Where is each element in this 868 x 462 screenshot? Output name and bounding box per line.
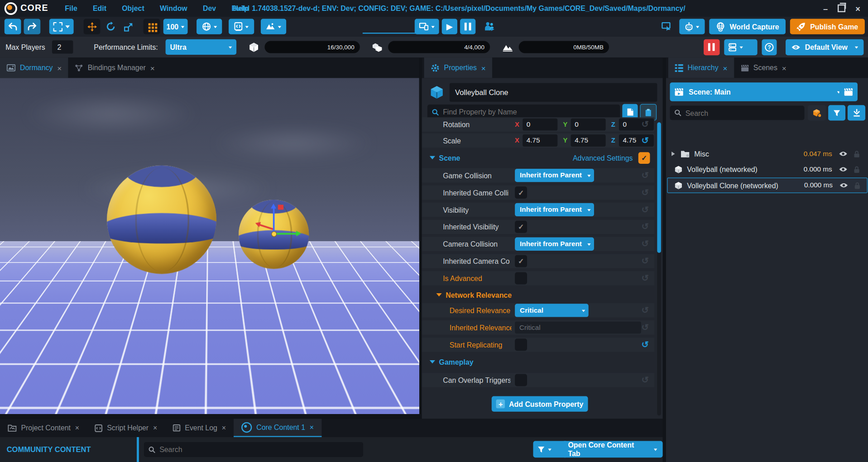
tab-bindings-manager[interactable]: Bindings Manager × bbox=[68, 57, 161, 78]
object-name-field[interactable] bbox=[450, 83, 657, 102]
snap-size-dropdown[interactable]: 100 bbox=[163, 19, 188, 34]
collapse-all-button[interactable] bbox=[848, 105, 865, 120]
menu-edit[interactable]: Edit bbox=[93, 4, 106, 12]
reset-icon[interactable]: ↺ bbox=[642, 223, 649, 232]
gizmo-z-axis[interactable] bbox=[273, 206, 275, 233]
advanced-settings-link[interactable]: Advanced Settings bbox=[573, 153, 633, 162]
close-icon[interactable]: × bbox=[75, 424, 79, 432]
tab-project-content[interactable]: Project Content × bbox=[0, 419, 87, 437]
publish-game-button[interactable]: Publish Game bbox=[790, 19, 865, 34]
menu-object[interactable]: Object bbox=[122, 4, 144, 12]
close-button[interactable]: × bbox=[855, 4, 860, 12]
default-view-dropdown[interactable]: Default View bbox=[786, 39, 863, 55]
reset-icon[interactable]: ↺ bbox=[642, 306, 649, 315]
object-type-filter-button[interactable] bbox=[808, 105, 826, 120]
multiplayer-preview-button[interactable] bbox=[481, 19, 498, 34]
close-icon[interactable]: × bbox=[723, 63, 727, 72]
tab-scenes[interactable]: Scenes × bbox=[734, 57, 793, 78]
reset-icon[interactable]: ↺ bbox=[642, 120, 649, 129]
close-icon[interactable]: × bbox=[153, 424, 157, 432]
inherited-visibility-checkbox[interactable] bbox=[515, 221, 527, 233]
max-players-field[interactable]: 2 bbox=[52, 40, 72, 53]
community-search-input[interactable] bbox=[144, 442, 363, 457]
world-settings-dropdown[interactable] bbox=[197, 19, 222, 34]
lock-icon[interactable] bbox=[854, 150, 859, 157]
open-core-content-tab-button[interactable]: Open Core Content Tab bbox=[562, 441, 662, 457]
section-gameplay[interactable]: Gameplay bbox=[422, 355, 655, 368]
lock-icon[interactable] bbox=[854, 166, 859, 173]
menu-window[interactable]: Window bbox=[160, 4, 187, 12]
move-tool-button[interactable] bbox=[84, 19, 101, 34]
hierarchy-row-volleyball[interactable]: Volleyball (networked) 0.000 ms bbox=[667, 162, 866, 176]
rotation-x-field[interactable]: 0 bbox=[523, 119, 557, 131]
selection-mode-dropdown[interactable] bbox=[49, 19, 74, 34]
eye-icon[interactable] bbox=[839, 182, 849, 188]
close-icon[interactable]: × bbox=[57, 63, 62, 72]
game-collision-dropdown[interactable]: Inherit from Parent bbox=[515, 169, 594, 182]
properties-scrollbar[interactable] bbox=[657, 122, 661, 415]
close-icon[interactable]: × bbox=[222, 424, 226, 432]
eye-icon[interactable] bbox=[839, 151, 848, 157]
undo-button[interactable] bbox=[5, 19, 21, 34]
reset-icon[interactable]: ↺ bbox=[642, 171, 649, 180]
reset-icon[interactable]: ↺ bbox=[642, 136, 649, 145]
scene-selector-dropdown[interactable]: ▶ Scene: Main bbox=[670, 82, 844, 101]
add-custom-property-button[interactable]: + Add Custom Property bbox=[492, 396, 588, 411]
menu-dev[interactable]: Dev bbox=[203, 4, 216, 12]
script-dropdown[interactable] bbox=[229, 19, 254, 34]
restore-button[interactable] bbox=[838, 5, 845, 12]
server-dropdown[interactable] bbox=[724, 39, 757, 55]
reset-icon[interactable]: ↺ bbox=[642, 188, 649, 197]
hierarchy-row-misc[interactable]: Misc 0.047 ms bbox=[667, 147, 866, 161]
pause-simulation-button[interactable] bbox=[704, 39, 719, 55]
terrain-dropdown[interactable] bbox=[261, 19, 286, 34]
scale-tool-button[interactable] bbox=[120, 19, 137, 34]
eye-icon[interactable] bbox=[839, 167, 848, 172]
reset-icon[interactable]: ↺ bbox=[642, 257, 649, 266]
scenes-panel-button[interactable] bbox=[839, 82, 858, 101]
performance-limits-dropdown[interactable]: Ultra bbox=[166, 39, 237, 55]
menu-file[interactable]: File bbox=[65, 4, 77, 12]
gizmo-center[interactable] bbox=[271, 231, 277, 237]
tab-script-helper[interactable]: Script Helper × bbox=[87, 419, 165, 437]
tab-hierarchy[interactable]: Hierarchy × bbox=[668, 57, 734, 78]
reset-icon[interactable]: ↺ bbox=[642, 205, 649, 214]
scrollbar-thumb[interactable] bbox=[657, 122, 661, 253]
tab-dormancy[interactable]: Dormancy × bbox=[0, 57, 68, 78]
bot-dropdown[interactable] bbox=[679, 19, 705, 34]
filter-button[interactable] bbox=[828, 105, 845, 120]
tab-event-log[interactable]: Event Log × bbox=[165, 419, 234, 437]
lock-icon[interactable] bbox=[854, 182, 860, 189]
reset-icon[interactable]: ↺ bbox=[642, 340, 649, 349]
preview-mode-dropdown[interactable] bbox=[415, 19, 439, 34]
pause-button[interactable] bbox=[460, 19, 475, 34]
section-network-relevance[interactable]: Network Relevance bbox=[422, 289, 655, 301]
minimize-button[interactable]: – bbox=[823, 4, 828, 12]
camera-collision-dropdown[interactable]: Inherit from Parent bbox=[515, 238, 594, 251]
is-advanced-checkbox[interactable] bbox=[515, 272, 527, 285]
visibility-dropdown[interactable]: Inherit from Parent bbox=[515, 203, 594, 216]
reset-icon[interactable]: ↺ bbox=[642, 376, 649, 385]
gizmo-plane-handle[interactable] bbox=[278, 205, 283, 210]
world-capture-button[interactable]: World Capture bbox=[709, 19, 786, 34]
help-button[interactable]: ? bbox=[762, 39, 777, 55]
redo-button[interactable] bbox=[24, 19, 41, 34]
expand-arrow-icon[interactable] bbox=[671, 152, 677, 156]
rotation-y-field[interactable]: 0 bbox=[571, 119, 606, 131]
scale-y-field[interactable]: 4.75 bbox=[571, 134, 606, 147]
3d-viewport[interactable] bbox=[0, 78, 419, 414]
close-icon[interactable]: × bbox=[782, 63, 786, 72]
desired-relevance-dropdown[interactable]: Critical bbox=[515, 304, 589, 317]
play-button[interactable]: ▶ bbox=[442, 19, 457, 34]
inherited-camera-collision-checkbox[interactable] bbox=[515, 255, 527, 267]
reset-icon[interactable]: ↺ bbox=[642, 239, 649, 248]
hierarchy-row-volleyball-clone[interactable]: Volleyball Clone (networked) 0.000 ms bbox=[667, 177, 868, 193]
scale-x-field[interactable]: 4.75 bbox=[523, 134, 557, 147]
close-icon[interactable]: × bbox=[481, 63, 486, 72]
tab-properties[interactable]: Properties × bbox=[424, 57, 493, 78]
hierarchy-search-input[interactable] bbox=[670, 106, 804, 120]
reset-icon[interactable]: ↺ bbox=[642, 323, 649, 332]
close-icon[interactable]: × bbox=[150, 63, 155, 72]
start-replicating-checkbox[interactable] bbox=[515, 338, 527, 351]
menu-help[interactable]: Help bbox=[233, 4, 248, 12]
